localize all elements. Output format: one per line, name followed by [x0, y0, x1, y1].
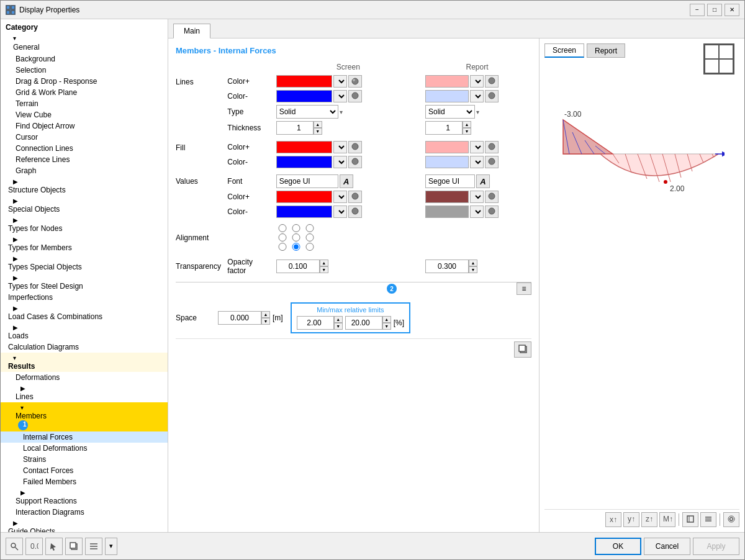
screen-font-input[interactable] — [276, 174, 338, 188]
report-fill-plus-dropdown[interactable]: ▾ — [470, 141, 484, 153]
tree-item-selection[interactable]: Selection — [1, 65, 168, 76]
report-opacity-down[interactable]: ▼ — [469, 266, 477, 273]
report-type-select[interactable]: Solid — [425, 105, 475, 119]
maximize-button[interactable]: □ — [707, 4, 722, 16]
align-bl[interactable] — [276, 243, 289, 251]
max-limit-up[interactable]: ▲ — [382, 316, 391, 323]
tree-item-failed-members[interactable]: Failed Members — [1, 476, 168, 487]
dropdown-toolbar-btn[interactable]: ▾ — [105, 538, 117, 555]
report-color-minus-ball-btn[interactable] — [485, 90, 499, 102]
close-button[interactable]: ✕ — [725, 4, 739, 16]
list-btn[interactable] — [700, 512, 716, 527]
align-mr[interactable] — [304, 233, 316, 242]
space-input[interactable] — [218, 311, 261, 325]
tab-main[interactable]: Main — [173, 24, 210, 38]
screen-fill-plus-ball-btn[interactable] — [348, 141, 362, 153]
space-down[interactable]: ▼ — [261, 318, 270, 325]
report-values-plus-dropdown[interactable]: ▾ — [470, 191, 484, 203]
tree-item-types-nodes[interactable]: ▶ Types for Nodes — [1, 215, 168, 234]
tree-item-local-deformations[interactable]: Local Deformations — [1, 443, 168, 454]
tree-item-terrain[interactable]: Terrain — [1, 98, 168, 109]
report-values-minus-ball-btn[interactable] — [485, 205, 499, 218]
report-color-plus-ball-btn[interactable] — [485, 75, 499, 88]
report-values-minus-dropdown[interactable]: ▾ — [470, 205, 484, 218]
report-values-minus-swatch[interactable] — [425, 205, 469, 218]
tree-item-reference-lines[interactable]: Reference Lines — [1, 154, 168, 165]
tree-item-types-steel[interactable]: ▶ Types for Steel Design — [1, 273, 168, 292]
report-color-minus-dropdown[interactable]: ▾ — [470, 90, 484, 102]
cursor-toolbar-btn[interactable] — [45, 538, 63, 555]
tree-item-imperfections[interactable]: Imperfections — [1, 292, 168, 303]
tree-item-general[interactable]: ▾ General — [1, 33, 168, 53]
tree-item-interaction-diagrams[interactable]: Interaction Diagrams — [1, 507, 168, 518]
space-up[interactable]: ▲ — [261, 311, 270, 318]
screen-color-plus-swatch[interactable] — [276, 75, 332, 88]
tree-item-lines[interactable]: ▶ Lines — [1, 383, 168, 402]
preview-tab-screen[interactable]: Screen — [544, 43, 584, 58]
tree-item-view-cube[interactable]: View Cube — [1, 109, 168, 120]
report-thickness-input[interactable] — [425, 121, 463, 135]
tree-item-special-objects[interactable]: ▶ Special Objects — [1, 196, 168, 215]
report-color-minus-swatch[interactable] — [425, 90, 469, 102]
align-br[interactable] — [304, 243, 316, 251]
tree-item-loads[interactable]: ▶ Loads — [1, 322, 168, 341]
minimize-button[interactable]: − — [690, 4, 705, 16]
axis-x-btn[interactable]: x↑ — [605, 512, 621, 527]
list-toolbar-btn[interactable] — [85, 538, 102, 555]
report-opacity-up[interactable]: ▲ — [469, 260, 477, 266]
tree-item-cursor[interactable]: Cursor — [1, 132, 168, 143]
tree-item-deformations[interactable]: Deformations — [1, 372, 168, 383]
report-thickness-down[interactable]: ▼ — [463, 128, 471, 135]
axis-bend-btn[interactable]: M↑ — [659, 512, 675, 527]
tree-item-members[interactable]: ▾ Members 1 — [1, 402, 168, 431]
search-toolbar-btn[interactable] — [6, 538, 23, 555]
section-menu-btn[interactable]: ≡ — [517, 282, 531, 295]
tree-item-internal-forces[interactable]: Internal Forces — [1, 431, 168, 443]
book-btn[interactable] — [682, 512, 698, 527]
screen-values-minus-dropdown[interactable]: ▾ — [333, 205, 347, 218]
screen-font-icon-btn[interactable]: A — [340, 174, 353, 188]
report-opacity-input[interactable] — [425, 260, 469, 273]
tree-item-support-reactions[interactable]: ▶ Support Reactions — [1, 487, 168, 507]
align-mc[interactable] — [290, 233, 302, 242]
screen-color-minus-swatch[interactable] — [276, 90, 332, 102]
screen-values-minus-ball-btn[interactable] — [348, 205, 362, 218]
report-fill-plus-ball-btn[interactable] — [485, 141, 499, 153]
report-values-plus-swatch[interactable] — [425, 191, 469, 203]
report-font-input[interactable] — [425, 174, 475, 188]
min-limit-up[interactable]: ▲ — [334, 316, 343, 323]
screen-color-plus-ball-btn[interactable] — [348, 75, 362, 88]
screen-values-plus-ball-btn[interactable] — [348, 191, 362, 203]
screen-color-minus-dropdown[interactable]: ▾ — [333, 90, 347, 102]
report-fill-minus-ball-btn[interactable] — [485, 156, 499, 168]
report-fill-color-minus-swatch[interactable] — [425, 156, 469, 168]
tree-item-contact-forces[interactable]: Contact Forces — [1, 465, 168, 476]
tree-item-load-cases[interactable]: ▶ Load Cases & Combinations — [1, 303, 168, 322]
tree-item-connection-lines[interactable]: Connection Lines — [1, 143, 168, 154]
screen-thickness-down[interactable]: ▼ — [314, 128, 322, 135]
tree-item-find-object[interactable]: Find Object Arrow — [1, 120, 168, 132]
align-tl[interactable] — [276, 224, 289, 232]
screen-thickness-input[interactable] — [276, 121, 314, 135]
tree-item-graph[interactable]: Graph — [1, 165, 168, 176]
tree-item-calc-diagrams[interactable]: Calculation Diagrams — [1, 341, 168, 353]
screen-values-plus-swatch[interactable] — [276, 191, 332, 203]
screen-color-plus-dropdown[interactable]: ▾ — [333, 75, 347, 88]
axis-z-btn[interactable]: z↑ — [641, 512, 657, 527]
screen-type-select[interactable]: Solid — [276, 105, 338, 119]
preview-tab-report[interactable]: Report — [587, 43, 625, 58]
max-limit-input[interactable] — [345, 316, 382, 330]
tree-item-strains[interactable]: Strains — [1, 454, 168, 465]
settings-btn[interactable] — [723, 512, 739, 527]
align-ml[interactable] — [276, 233, 289, 242]
report-values-plus-ball-btn[interactable] — [485, 191, 499, 203]
screen-thickness-up[interactable]: ▲ — [314, 121, 322, 128]
align-tr[interactable] — [304, 224, 316, 232]
tree-item-guide-objects[interactable]: ▶ Guide Objects — [1, 518, 168, 532]
report-color-plus-dropdown[interactable]: ▾ — [470, 75, 484, 88]
max-limit-down[interactable]: ▼ — [382, 323, 391, 330]
min-limit-down[interactable]: ▼ — [334, 323, 343, 330]
tree-item-drag-drop[interactable]: Drag & Drop - Response — [1, 76, 168, 87]
screen-opacity-input[interactable] — [276, 260, 320, 273]
tree-item-types-members[interactable]: ▶ Types for Members — [1, 234, 168, 253]
